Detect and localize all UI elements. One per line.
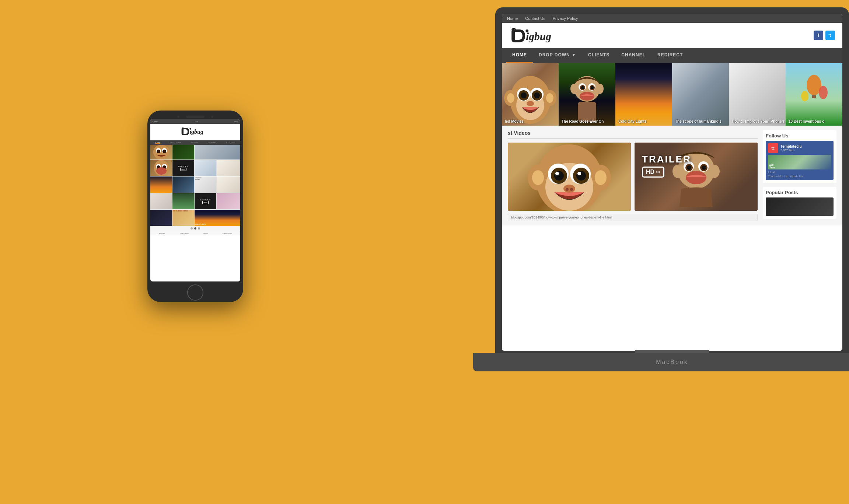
phone-thumb-1[interactable] [150,145,172,160]
trailer-small-text: TRAILER [178,165,189,168]
phone-thumb-right-2[interactable] [217,176,240,193]
scissors-small-icon: ✂ [184,168,185,170]
page-dot-1[interactable] [191,227,193,230]
phone-footer-labels[interactable]: Labels [203,232,208,234]
upcoming-movies-sub: MOVIES [195,179,200,180]
fb-widget[interactable]: tc Templateclu 2,057 likes BloTem Liked … [766,141,834,180]
phone-thumb-monkey-small[interactable] [150,160,172,176]
phone-thumb-rain[interactable] [172,176,194,193]
featured-item-3[interactable]: Cold City Lights [615,63,672,126]
phone-row-5: THE ROAD GOES EVER ON COLD CITY LIGHTS [150,210,240,226]
phone-camera [177,116,179,118]
phone-nav-dropdown[interactable]: DROP DOWN [170,141,181,144]
phone-thumb-pink[interactable] [217,193,240,209]
phone-nav-home[interactable]: HOME [155,141,160,144]
phone-footer-popular[interactable]: Popular Posts [223,232,232,234]
video-thumb-1[interactable] [508,143,631,211]
sidebar: Follow Us tc Templateclu 2,057 likes Blo [763,130,836,221]
phone-status-bar: Carrier 12:30 100% [150,119,240,124]
phone-thumb-2[interactable] [172,145,194,160]
phone-thumb-cold-city[interactable]: COLD CITY LIGHTS [195,210,240,226]
svg-point-21 [591,86,594,89]
phone-battery: 100% [233,120,238,123]
website-nav: HOME DROP DOWN ▼ CLIENTS CHANNEL REDIREC… [502,48,842,63]
phone-thumb-field[interactable] [172,193,194,209]
phone-speaker [186,116,205,118]
svg-text:igbug: igbug [526,31,551,43]
fb-cover-photo: BloTem [768,155,831,169]
phone-thumb-trailer-2[interactable]: TRAILER HD ✂ [195,193,216,209]
hd-small-badge: HD ✂ [180,168,187,171]
svg-point-24 [596,84,604,94]
phone-footer-about[interactable]: About Me [159,232,165,234]
phone-logo: igbug [150,124,240,140]
nav-contact-link[interactable]: Contact Us [525,16,545,21]
page-dot-2[interactable] [194,227,196,230]
phone-footer-gallery[interactable]: Flickr Gallery [180,232,188,234]
svg-point-44 [563,185,575,193]
website-topbar: Home Contact Us Privacy Policy [502,14,842,23]
featured-item-4[interactable]: The scope of humankind's [672,63,729,126]
nav-privacy-link[interactable]: Privacy Policy [553,16,578,21]
phone-thumb-trailer-1[interactable]: TRAILER HD ✂ [172,160,194,176]
facebook-icon[interactable]: f [814,31,823,40]
follow-title: Follow Us [766,133,834,139]
phone-nav-clients[interactable]: CLIENTS [191,141,198,144]
trailer-small-2: TRAILER [200,199,211,201]
phone-nav-channel[interactable]: CHANNEL [208,141,217,144]
phone-row-1 [150,145,240,160]
phone-thumb-sunset[interactable] [150,176,172,193]
phone-nav: HOME DROP DOWN CLIENTS CHANNEL REDIRECT [150,140,240,145]
nav-dropdown[interactable]: DROP DOWN ▼ [533,48,582,63]
scissors-2: ✂ [206,202,207,203]
phone-thumb-wide-1[interactable] [195,145,240,160]
laptop-base: MacBook [473,353,849,371]
phone-thumb-right-1[interactable] [217,160,240,176]
svg-point-69 [156,167,167,175]
phone-body: Carrier 12:30 100% igbug HOME DROP DOWN … [147,111,243,302]
hd-small-2: HD [204,202,206,203]
nav-home[interactable]: HOME [506,48,533,63]
fb-page-name: Templateclu [780,144,802,148]
cold-city-label: COLD CITY LIGHTS [195,224,206,225]
phone-thumb-movies-text[interactable]: UPCOMING MOVIES [195,176,216,193]
featured-item-5[interactable]: How to Improve Your iPhone's [729,63,786,126]
popular-post-thumb[interactable] [766,197,834,216]
site-logo[interactable]: igbug [509,25,561,45]
hd-small-badge-2: HD ✂ [202,201,209,204]
svg-point-28 [819,86,828,99]
nav-clients[interactable]: CLIENTS [582,48,615,63]
follow-section: Follow Us tc Templateclu 2,057 likes Blo [763,130,836,183]
fb-cover-text: BloTem [769,164,775,169]
phone-sensor [211,116,213,118]
phone-screen: Carrier 12:30 100% igbug HOME DROP DOWN … [150,119,240,281]
phone-row-4: TRAILER HD ✂ [150,193,240,209]
svg-point-4 [507,93,514,103]
video-thumb-2[interactable]: TRAILER HD ✂ [635,143,758,211]
trailer-text: TRAILER [642,154,691,165]
featured-item-1[interactable]: led Movies [502,63,559,126]
svg-point-42 [555,172,559,175]
phone-home-button[interactable] [187,284,203,301]
page-dot-3[interactable] [198,227,200,230]
phone-thumb-light-1[interactable] [195,160,216,176]
twitter-icon[interactable]: t [825,31,835,40]
phone-top-bar [150,116,240,118]
hd-small-text: HD [182,168,184,170]
svg-point-34 [595,170,607,185]
popular-posts: Popular Posts [763,187,836,219]
svg-point-32 [532,170,544,185]
phone-nav-redirect[interactable]: REDIRECT [226,141,235,144]
nav-redirect[interactable]: REDIRECT [651,48,689,63]
nav-channel[interactable]: CHANNEL [615,48,651,63]
nav-home-link[interactable]: Home [507,16,518,21]
featured-item-2[interactable]: The Road Goes Ever On [559,63,615,126]
featured-item-6[interactable]: 10 Best Inventions o [786,63,842,126]
fb-page-icon: tc [768,143,778,153]
phone-thumb-dark-1[interactable] [150,210,172,226]
featured-caption-2: The Road Goes Ever On [562,119,604,123]
phone-thumb-grey-1[interactable] [150,193,172,209]
featured-row: led Movies [502,63,842,126]
phone-thumb-amber[interactable]: THE ROAD GOES EVER ON [172,210,194,226]
svg-point-14 [527,101,534,106]
